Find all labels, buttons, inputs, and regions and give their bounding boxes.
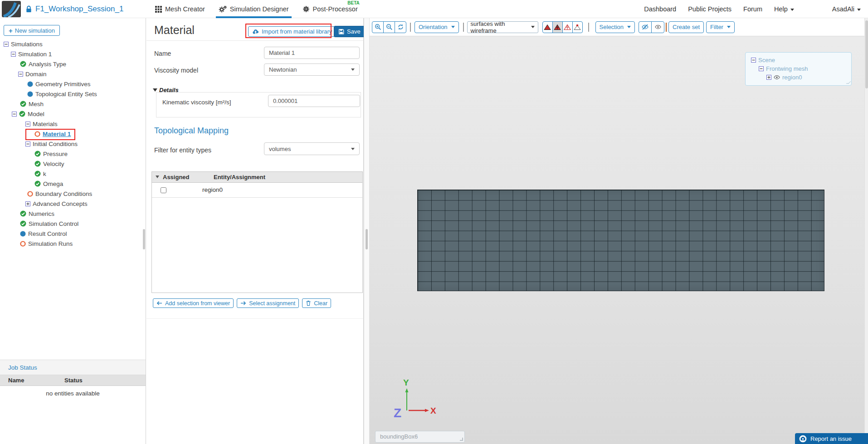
tree-item-analysis-type[interactable]: Analysis Type xyxy=(0,59,146,69)
top-nav-links: Dashboard Public Projects Forum Help Asa… xyxy=(644,0,861,18)
wireframe-icon xyxy=(564,24,571,30)
splitter-handle[interactable] xyxy=(366,229,368,249)
tree-item-numerics[interactable]: Numerics xyxy=(0,209,146,219)
collapse-icon[interactable] xyxy=(11,52,16,57)
refresh-icon xyxy=(397,24,404,30)
user-menu[interactable]: AsadAli xyxy=(832,5,861,13)
collapse-icon[interactable] xyxy=(25,141,30,146)
hide-selected-button[interactable] xyxy=(639,21,652,33)
material-settings-panel: Material Import from material library Sa… xyxy=(146,18,364,444)
zoom-fit-button[interactable] xyxy=(383,21,395,33)
render-surfaces-wireframe-button[interactable] xyxy=(552,21,563,33)
assign-checkbox[interactable] xyxy=(161,187,166,193)
points-icon xyxy=(574,24,581,30)
scene-item-region0[interactable]: region0 xyxy=(751,73,851,82)
render-wireframe-button[interactable] xyxy=(562,21,573,33)
plus-icon: + xyxy=(9,27,13,34)
tree-item-omega[interactable]: Omega xyxy=(0,179,146,189)
tree-item-mesh[interactable]: Mesh xyxy=(0,99,146,109)
tree-item-simulations[interactable]: Simulations xyxy=(0,39,146,49)
orientation-dropdown[interactable]: Orientation xyxy=(414,21,459,33)
frontwing-mesh-render[interactable] xyxy=(417,190,824,291)
nav-public-projects[interactable]: Public Projects xyxy=(688,5,731,13)
tree-item-velocity[interactable]: Velocity xyxy=(0,159,146,169)
kinematic-viscosity-input[interactable]: 0.000001 xyxy=(268,95,360,107)
tree-item-domain[interactable]: Domain xyxy=(0,69,146,79)
report-issue-button[interactable]: Report an issue xyxy=(795,433,868,444)
page-scrollbar[interactable] xyxy=(864,18,868,444)
simscale-logo-icon[interactable] xyxy=(2,1,21,17)
nav-dashboard[interactable]: Dashboard xyxy=(644,5,676,13)
assignment-table: Assigned Entity/Assignment region0 xyxy=(151,171,363,293)
material-name-input[interactable]: Material 1 xyxy=(264,47,360,59)
sidebar-scrollbar[interactable] xyxy=(143,229,145,249)
create-set-button[interactable]: Create set xyxy=(668,21,704,33)
tab-post-processor[interactable]: Post-ProcessorBETA xyxy=(302,0,358,18)
collapse-icon[interactable] xyxy=(18,72,23,77)
assignment-row-region0[interactable]: region0 xyxy=(152,183,362,198)
collapse-icon[interactable] xyxy=(4,42,9,47)
tree-item-geometry-primitives[interactable]: Geometry Primitives xyxy=(0,79,146,89)
render-style-group xyxy=(542,21,583,33)
sort-triangle-icon xyxy=(156,176,159,178)
entity-filter-select[interactable]: volumes xyxy=(264,142,360,155)
tree-item-boundary-conditions[interactable]: Boundary Conditions xyxy=(0,189,146,199)
tree-item-model[interactable]: Model xyxy=(0,109,146,119)
nav-forum[interactable]: Forum xyxy=(743,5,762,13)
add-selection-button[interactable]: Add selection from viewer xyxy=(153,298,234,308)
collapse-icon[interactable] xyxy=(12,112,17,117)
filter-dropdown[interactable]: Filter xyxy=(706,21,735,33)
tab-mesh-creator[interactable]: Mesh Creator xyxy=(155,0,205,18)
panel-splitter[interactable] xyxy=(364,18,370,444)
scrollbar-thumb[interactable] xyxy=(865,20,868,88)
selection-dropdown[interactable]: Selection xyxy=(595,21,635,33)
toolbar-separator xyxy=(463,23,464,32)
collapse-icon[interactable] xyxy=(751,58,756,63)
tree-item-advanced-concepts[interactable]: Advanced Concepts xyxy=(0,199,146,209)
assignment-table-header[interactable]: Assigned Entity/Assignment xyxy=(152,172,362,183)
tree-item-simulation-runs[interactable]: Simulation Runs xyxy=(0,239,146,249)
expand-icon[interactable] xyxy=(766,75,771,80)
select-assignment-button[interactable]: Select assignment xyxy=(237,298,299,308)
tree-item-initial-conditions[interactable]: Initial Conditions xyxy=(0,139,146,149)
new-simulation-button[interactable]: + New simulation xyxy=(4,25,60,36)
clear-button[interactable]: Clear xyxy=(302,298,331,308)
tree-item-topological-entity-sets[interactable]: Topological Entity Sets xyxy=(0,89,146,99)
scene-item-scene[interactable]: Scene xyxy=(751,56,851,64)
tree-item-simulation-control[interactable]: Simulation Control xyxy=(0,219,146,229)
tree-item-simulation-1[interactable]: Simulation 1 xyxy=(0,49,146,59)
collapse-icon[interactable] xyxy=(25,122,30,127)
tab-simulation-designer[interactable]: Simulation Designer xyxy=(219,0,289,18)
render-mode-select[interactable]: surfaces with wireframe xyxy=(467,21,538,33)
collapse-icon[interactable] xyxy=(759,66,764,71)
render-points-button[interactable] xyxy=(572,21,583,33)
tree-item-k[interactable]: k xyxy=(0,169,146,179)
scene-item-frontwing-mesh[interactable]: Frontwing mesh xyxy=(751,64,851,73)
viewer-3d-canvas[interactable]: SceneFrontwing meshregion0 Y X Z boundin… xyxy=(370,36,864,444)
tree-item-result-control[interactable]: Result Control xyxy=(0,229,146,239)
visibility-eye-icon[interactable] xyxy=(774,75,780,80)
zoom-fit-icon xyxy=(386,24,393,30)
kinematic-viscosity-label: Kinematic viscosity [m²/s] xyxy=(162,99,231,106)
collapse-triangle-icon xyxy=(153,88,157,92)
refresh-view-button[interactable] xyxy=(395,21,406,33)
expand-icon[interactable] xyxy=(25,201,30,206)
resize-grip-icon[interactable] xyxy=(846,81,851,84)
save-button[interactable]: Save xyxy=(334,26,365,37)
help-menu[interactable]: Help xyxy=(774,5,794,13)
show-selected-button[interactable] xyxy=(651,21,664,33)
incomplete-status-icon xyxy=(27,191,33,197)
render-surfaces-button[interactable] xyxy=(542,21,553,33)
gears-icon xyxy=(219,5,227,13)
job-status-col-status: Status xyxy=(64,377,83,384)
gear-solid-icon xyxy=(302,5,310,13)
top-bar: F1_Workshop_Session_1 Mesh CreatorSimula… xyxy=(0,0,868,18)
viscosity-model-select[interactable]: Newtonian xyxy=(264,63,360,76)
zoom-in-button[interactable] xyxy=(372,21,384,33)
bounding-box-label[interactable]: boundingBox6 xyxy=(375,431,465,443)
import-material-library-button[interactable]: Import from material library xyxy=(248,26,336,37)
job-status-header: Name Status xyxy=(0,375,146,386)
tree-item-pressure[interactable]: Pressure xyxy=(0,149,146,159)
tree-item-material-1[interactable]: Material 1 xyxy=(0,129,146,139)
tree-item-materials[interactable]: Materials xyxy=(0,119,146,129)
